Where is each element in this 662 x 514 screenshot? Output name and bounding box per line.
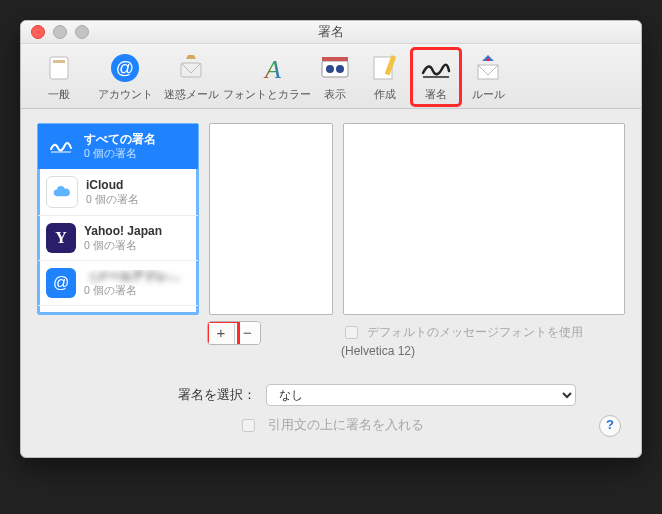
tab-composing[interactable]: 作成	[361, 48, 409, 106]
signature-list[interactable]	[209, 123, 333, 315]
tab-label: 表示	[324, 88, 346, 102]
tab-viewing[interactable]: 表示	[311, 48, 359, 106]
signature-icon	[46, 131, 76, 161]
account-sub: 0 個の署名	[84, 147, 156, 159]
svg-text:@: @	[116, 58, 134, 78]
use-default-font-checkbox[interactable]	[345, 326, 358, 339]
tab-label: 署名	[425, 88, 447, 102]
account-icloud[interactable]: iCloud 0 個の署名	[38, 169, 198, 216]
yahoo-icon: Y	[46, 223, 76, 253]
toolbar: 一般 @ アカウント 迷惑メール A フォントとカラー 表示	[21, 44, 641, 109]
add-signature-button[interactable]: +	[208, 322, 234, 344]
panels: すべての署名 0 個の署名 iCloud 0 個の署名 Y	[37, 123, 625, 315]
preferences-window: 署名 一般 @ アカウント 迷惑メール A フォントとカラー	[20, 20, 642, 458]
account-title: Yahoo! Japan	[84, 225, 162, 239]
tab-junk[interactable]: 迷惑メール	[159, 48, 223, 106]
viewing-icon	[317, 50, 353, 86]
account-title: iCloud	[86, 179, 139, 193]
choose-signature-select[interactable]: なし	[266, 384, 576, 406]
account-all-signatures[interactable]: すべての署名 0 個の署名	[38, 124, 198, 169]
above-quote-checkbox[interactable]	[242, 419, 255, 432]
account-other[interactable]: @ （メールアドレス） 0 個の署名	[38, 261, 198, 306]
tab-label: アカウント	[98, 88, 153, 102]
svg-text:A: A	[263, 55, 281, 84]
tab-general[interactable]: 一般	[27, 48, 91, 106]
account-list[interactable]: すべての署名 0 個の署名 iCloud 0 個の署名 Y	[37, 123, 199, 315]
account-title: （メールアドレス）	[84, 270, 190, 284]
choose-signature-row: 署名を選択： なし	[37, 384, 625, 406]
account-sub: 0 個の署名	[86, 193, 139, 205]
tab-label: 作成	[374, 88, 396, 102]
signatures-icon	[418, 50, 454, 86]
svg-rect-1	[53, 60, 65, 63]
rules-icon	[470, 50, 506, 86]
tab-signatures[interactable]: 署名	[411, 48, 461, 106]
composing-icon	[367, 50, 403, 86]
tab-label: 一般	[48, 88, 70, 102]
svg-rect-9	[322, 57, 348, 61]
account-yahoo[interactable]: Y Yahoo! Japan 0 個の署名	[38, 216, 198, 261]
body: すべての署名 0 個の署名 iCloud 0 個の署名 Y	[21, 109, 641, 457]
help-button[interactable]: ?	[599, 415, 621, 437]
account-sub: 0 個の署名	[84, 284, 190, 296]
at-icon: @	[46, 268, 76, 298]
use-default-font-label: デフォルトのメッセージフォントを使用	[367, 324, 583, 341]
svg-point-7	[326, 65, 334, 73]
svg-rect-4	[181, 63, 201, 77]
choose-signature-label: 署名を選択：	[86, 386, 256, 404]
junk-icon	[173, 50, 209, 86]
above-quote-label: 引用文の上に署名を入れる	[268, 417, 424, 434]
tab-fonts-colors[interactable]: A フォントとカラー	[225, 48, 309, 106]
signature-editor[interactable]	[343, 123, 625, 315]
general-icon	[41, 50, 77, 86]
font-description: (Helvetica 12)	[341, 344, 625, 358]
accounts-icon: @	[107, 50, 143, 86]
use-default-font-row: デフォルトのメッセージフォントを使用	[341, 323, 625, 342]
above-quote-row: 引用文の上に署名を入れる ?	[37, 416, 625, 435]
titlebar: 署名	[21, 21, 641, 44]
svg-rect-13	[478, 65, 498, 79]
svg-point-8	[336, 65, 344, 73]
account-sub: 0 個の署名	[84, 239, 162, 251]
svg-rect-6	[322, 61, 348, 77]
account-title: すべての署名	[84, 133, 156, 147]
fonts-colors-icon: A	[249, 50, 285, 86]
tab-accounts[interactable]: @ アカウント	[93, 48, 157, 106]
window-title: 署名	[21, 23, 641, 41]
icloud-icon	[46, 176, 78, 208]
tab-label: 迷惑メール	[164, 88, 219, 102]
tab-label: フォントとカラー	[223, 88, 311, 102]
add-remove-group: + −	[207, 321, 261, 345]
remove-signature-button[interactable]: −	[234, 322, 260, 344]
tab-label: ルール	[472, 88, 505, 102]
tab-rules[interactable]: ルール	[463, 48, 513, 106]
